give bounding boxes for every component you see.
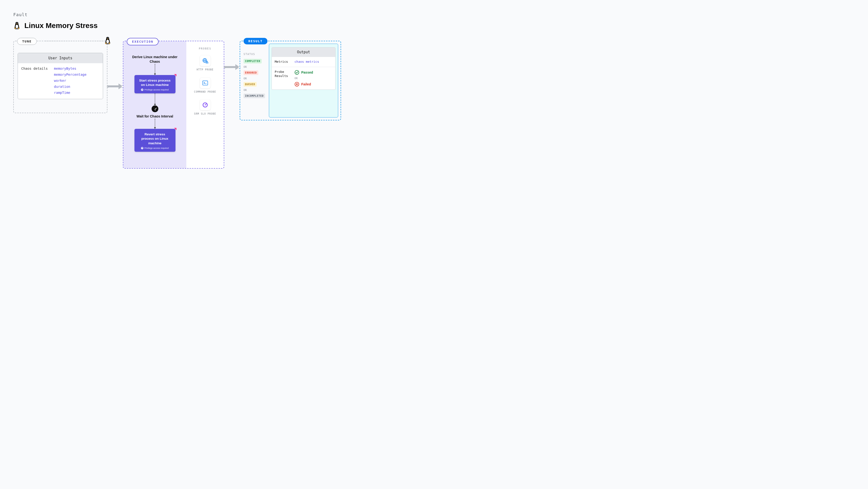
probe-command: COMMAND PROBE — [188, 78, 222, 94]
probes-title: PROBES — [188, 47, 222, 50]
input-item: duration — [54, 85, 87, 89]
diagram-canvas: TUNE User Inputs Chaos details memoryByt… — [13, 41, 855, 169]
tune-pill: TUNE — [17, 38, 37, 45]
step-start-stress: Start stress process on Linux machine Pr… — [134, 75, 176, 93]
check-icon — [294, 70, 299, 75]
or-label: OR — [244, 89, 266, 92]
probes-pane: PROBES HTTP PROBE COMMAND PROBE SRM SLO … — [186, 41, 224, 168]
step-derive: Derive Linux machine under Chaos — [130, 55, 180, 64]
status-errored: ERRORED — [244, 70, 258, 75]
step-title: Revert stress process on Linux machine — [138, 132, 172, 145]
step-subtitle: Privilege access required — [138, 89, 172, 91]
probe-failed: Failed — [294, 82, 313, 87]
or-label: OR — [244, 65, 266, 68]
output-row-probe-results: Probe Results Passed OR Failed — [272, 67, 335, 90]
x-icon — [294, 82, 299, 87]
probe-label: COMMAND PROBE — [194, 90, 216, 94]
result-column: RESULT STATUS COMPLETED OR ERRORED OR QU… — [240, 41, 341, 120]
user-inputs-card: User Inputs Chaos details memoryBytes me… — [18, 53, 103, 99]
arrow-execution-to-result — [224, 65, 240, 69]
clock-icon — [152, 105, 158, 112]
probe-label: HTTP PROBE — [196, 68, 213, 71]
probe-label: SRM SLO PROBE — [194, 112, 216, 116]
linux-icon — [104, 36, 111, 45]
output-pane: Output Metrics chaos metrics Probe Resul… — [269, 44, 338, 118]
chaos-details-label: Chaos details — [21, 67, 48, 95]
status-pane: STATUS COMPLETED OR ERRORED OR QUEUED OR… — [240, 41, 268, 120]
gauge-icon — [202, 102, 208, 108]
status-queued: QUEUED — [244, 82, 256, 87]
execution-column: EXECUTION Derive Linux machine under Cha… — [123, 41, 224, 169]
execution-pill: EXECUTION — [127, 38, 159, 45]
or-label: OR — [294, 77, 313, 80]
output-card: Output Metrics chaos metrics Probe Resul… — [272, 47, 336, 90]
step-wait: Wait for Chaos Interval — [136, 114, 173, 119]
globe-icon — [202, 58, 208, 64]
output-row-metrics: Metrics chaos metrics — [272, 57, 335, 67]
result-panel: RESULT STATUS COMPLETED OR ERRORED OR QU… — [240, 41, 341, 120]
execution-flow: Derive Linux machine under Chaos Start s… — [123, 41, 186, 168]
result-pill: RESULT — [244, 38, 268, 44]
page-title-row: Linux Memory Stress — [13, 22, 855, 30]
execution-panel: EXECUTION Derive Linux machine under Cha… — [123, 41, 224, 169]
privilege-tag-icon — [174, 74, 177, 76]
terminal-icon — [202, 80, 208, 86]
probe-srm-slo: SRM SLO PROBE — [188, 100, 222, 116]
category-label: Fault — [13, 12, 855, 17]
status-title: STATUS — [244, 53, 266, 56]
linux-icon — [13, 22, 21, 30]
metrics-label: Metrics — [275, 60, 290, 64]
step-revert-stress: Revert stress process on Linux machine P… — [134, 129, 176, 152]
privilege-tag-icon — [174, 128, 177, 130]
probe-http: HTTP PROBE — [188, 56, 222, 71]
probe-passed: Passed — [294, 70, 313, 75]
arrow-tune-to-execution — [107, 84, 123, 89]
user-inputs-title: User Inputs — [18, 53, 103, 63]
output-title: Output — [272, 47, 335, 57]
metrics-value: chaos metrics — [294, 60, 319, 63]
input-item: memoryBytes — [54, 67, 87, 70]
tune-column: TUNE User Inputs Chaos details memoryByt… — [13, 41, 107, 113]
step-title: Start stress process on Linux machine — [138, 78, 172, 87]
tune-panel: TUNE User Inputs Chaos details memoryByt… — [13, 41, 107, 113]
status-completed: COMPLETED — [244, 59, 262, 63]
or-label: OR — [244, 77, 266, 80]
input-item: memoryPercentage — [54, 73, 87, 76]
status-incompleted: INCOMPLETED — [244, 94, 265, 98]
passed-label: Passed — [301, 70, 313, 74]
probe-results-label: Probe Results — [275, 70, 290, 78]
step-subtitle: Privilege access required — [138, 147, 172, 149]
input-item: rampTime — [54, 91, 87, 95]
failed-label: Failed — [301, 82, 311, 86]
input-list: memoryBytes memoryPercentage worker dura… — [54, 67, 87, 95]
input-item: worker — [54, 79, 87, 83]
page-title: Linux Memory Stress — [24, 22, 97, 30]
